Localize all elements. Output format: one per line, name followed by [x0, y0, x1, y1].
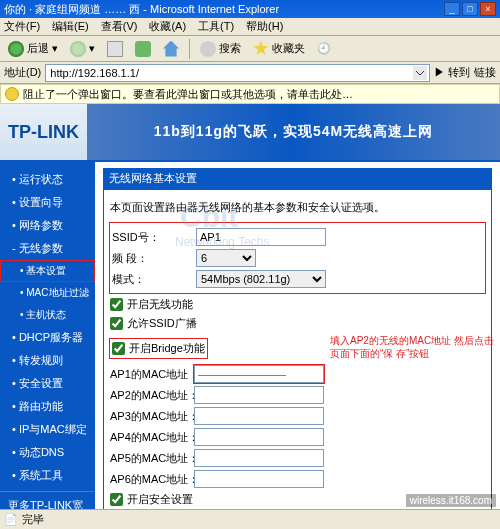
mac-input-4[interactable] — [194, 449, 324, 467]
watermark-sub: Networking Techs — [175, 235, 270, 249]
panel-description: 本页面设置路由器无线网络的基本参数和安全认证选项。 — [110, 200, 485, 215]
mac-label-1: AP2的MAC地址： — [110, 388, 190, 403]
enable-security-label: 开启安全设置 — [127, 492, 193, 507]
mac-label-0: AP1的MAC地址： — [110, 367, 190, 382]
mac-label-4: AP5的MAC地址： — [110, 451, 190, 466]
back-button[interactable]: 后退 ▾ — [4, 39, 62, 59]
history-button[interactable]: 🕘 — [313, 40, 335, 57]
home-button[interactable] — [159, 39, 183, 59]
status-done-icon: 📄 — [4, 513, 18, 526]
panel-title: 无线网络基本设置 — [103, 168, 492, 189]
sidebar-item-5[interactable]: • MAC地址过滤 — [0, 282, 95, 304]
sidebar-item-3[interactable]: - 无线参数 — [0, 237, 95, 260]
sidebar-item-6[interactable]: • 主机状态 — [0, 304, 95, 326]
window-title: 你的 · 家庭组网频道 …… 西 - Microsoft Internet Ex… — [4, 2, 444, 17]
sidebar-item-10[interactable]: • 路由功能 — [0, 395, 95, 418]
window-titlebar: 你的 · 家庭组网频道 …… 西 - Microsoft Internet Ex… — [0, 0, 500, 18]
address-bar: 地址(D) ▶ 转到 链接 — [0, 62, 500, 84]
sidebar: • 运行状态• 设置向导• 网络参数- 无线参数• 基本设置• MAC地址过滤•… — [0, 162, 95, 529]
sidebar-item-1[interactable]: • 设置向导 — [0, 191, 95, 214]
address-label: 地址(D) — [4, 65, 41, 80]
stop-button[interactable] — [103, 39, 127, 59]
close-button[interactable]: × — [480, 2, 496, 16]
site-watermark: wireless.it168.com — [406, 494, 496, 507]
sidebar-item-11[interactable]: • IP与MAC绑定 — [0, 418, 95, 441]
forward-icon — [70, 41, 86, 57]
menu-tools[interactable]: 工具(T) — [198, 19, 234, 34]
menu-view[interactable]: 查看(V) — [101, 19, 138, 34]
popup-blocked-bar[interactable]: 阻止了一个弹出窗口。要查看此弹出窗口或其他选项，请单击此处… — [0, 84, 500, 104]
sidebar-item-7[interactable]: • DHCP服务器 — [0, 326, 95, 349]
basic-settings-highlight: SSID号： 频 段：6 模式：54Mbps (802.11g) — [110, 223, 485, 293]
brand-logo: TP-LINK — [0, 122, 87, 143]
stop-icon — [107, 41, 123, 57]
channel-label: 频 段： — [112, 251, 192, 266]
mac-input-1[interactable] — [194, 386, 324, 404]
mac-input-3[interactable] — [194, 428, 324, 446]
popup-blocked-text: 阻止了一个弹出窗口。要查看此弹出窗口或其他选项，请单击此处… — [23, 87, 353, 102]
refresh-button[interactable] — [131, 39, 155, 59]
enable-bridge-label: 开启Bridge功能 — [129, 341, 205, 356]
banner: TP-LINK 11b到11g的飞跃，实现54M无线高速上网 — [0, 104, 500, 162]
address-input[interactable] — [45, 64, 430, 82]
maximize-button[interactable]: □ — [462, 2, 478, 16]
mode-label: 模式： — [112, 272, 192, 287]
channel-select[interactable]: 6 — [196, 249, 256, 267]
sidebar-item-12[interactable]: • 动态DNS — [0, 441, 95, 464]
mac-input-0[interactable] — [194, 365, 324, 383]
mac-label-5: AP6的MAC地址： — [110, 472, 190, 487]
sidebar-item-2[interactable]: • 网络参数 — [0, 214, 95, 237]
back-icon — [8, 41, 24, 57]
menu-file[interactable]: 文件(F) — [4, 19, 40, 34]
mode-select[interactable]: 54Mbps (802.11g) — [196, 270, 326, 288]
favorites-button[interactable]: 收藏夹 — [249, 39, 309, 59]
sidebar-item-13[interactable]: • 系统工具 — [0, 464, 95, 487]
annotation-text: 填入AP2的无线的MAC地址 然后点击页面下面的“保 存”按钮 — [330, 334, 500, 360]
search-icon — [200, 41, 216, 57]
mac-input-2[interactable] — [194, 407, 324, 425]
menu-bar: 文件(F) 编辑(E) 查看(V) 收藏(A) 工具(T) 帮助(H) — [0, 18, 500, 36]
sidebar-item-4[interactable]: • 基本设置 — [0, 260, 95, 282]
enable-security-checkbox[interactable] — [110, 493, 123, 506]
search-button[interactable]: 搜索 — [196, 39, 245, 59]
sidebar-item-9[interactable]: • 安全设置 — [0, 372, 95, 395]
banner-slogan: 11b到11g的飞跃，实现54M无线高速上网 — [87, 104, 500, 160]
status-text: 完毕 — [22, 512, 44, 527]
menu-help[interactable]: 帮助(H) — [246, 19, 283, 34]
mac-label-2: AP3的MAC地址： — [110, 409, 190, 424]
enable-ssid-broadcast-label: 允许SSID广播 — [127, 316, 197, 331]
menu-favorites[interactable]: 收藏(A) — [149, 19, 186, 34]
home-icon — [163, 41, 179, 57]
sidebar-item-0[interactable]: • 运行状态 — [0, 168, 95, 191]
toolbar: 后退 ▾ ▾ 搜索 收藏夹 🕘 — [0, 36, 500, 62]
sidebar-item-8[interactable]: • 转发规则 — [0, 349, 95, 372]
minimize-button[interactable]: _ — [444, 2, 460, 16]
mac-input-5[interactable] — [194, 470, 324, 488]
star-icon — [253, 41, 269, 57]
refresh-icon — [135, 41, 151, 57]
enable-bridge-checkbox[interactable] — [112, 342, 125, 355]
forward-button[interactable]: ▾ — [66, 39, 99, 59]
enable-wireless-checkbox[interactable] — [110, 298, 123, 311]
enable-wireless-label: 开启无线功能 — [127, 297, 193, 312]
status-bar: 📄 完毕 — [0, 509, 500, 529]
mac-label-3: AP4的MAC地址： — [110, 430, 190, 445]
menu-edit[interactable]: 编辑(E) — [52, 19, 89, 34]
enable-ssid-broadcast-checkbox[interactable] — [110, 317, 123, 330]
info-icon — [5, 87, 19, 101]
links-label[interactable]: 链接 — [474, 65, 496, 80]
go-button[interactable]: ▶ 转到 — [434, 65, 470, 80]
content-area: 无线网络基本设置 本页面设置路由器无线网络的基本参数和安全认证选项。 SSID号… — [95, 162, 500, 529]
